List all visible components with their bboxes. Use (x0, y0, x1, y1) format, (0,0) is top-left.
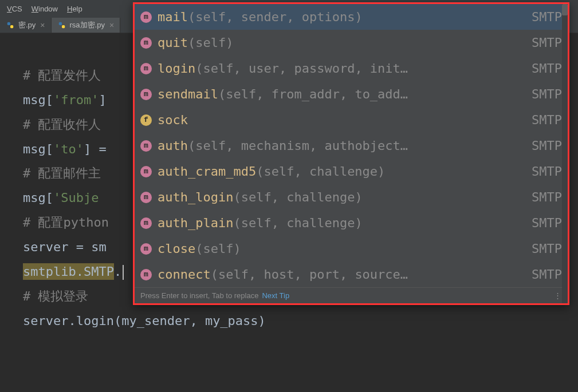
field-icon: f (140, 114, 152, 126)
completion-name: auth_cram_md5 (158, 164, 256, 179)
code-comment: # 配置邮件主 (23, 166, 101, 180)
python-file-icon (6, 21, 15, 30)
completion-params: (self, mechanism, authobject… (188, 138, 408, 153)
autocomplete-item[interactable]: mquit(self)SMTP (135, 30, 568, 56)
method-icon: m (140, 140, 152, 152)
completion-name: auth (158, 138, 188, 153)
completion-type: SMTP (525, 87, 562, 101)
python-file-icon (57, 21, 66, 30)
code-text: msg (23, 191, 46, 205)
method-icon: m (140, 243, 152, 255)
completion-name: auth_login (158, 190, 233, 204)
completion-name: quit (158, 35, 188, 50)
tab-label: rsa加密.py (70, 20, 105, 30)
completion-name: close (158, 241, 195, 256)
autocomplete-item[interactable]: mmail(self, sender, options)SMTP (135, 4, 568, 30)
completion-type: SMTP (525, 61, 562, 76)
method-icon: m (140, 192, 152, 203)
completion-params: (self, user, password, init… (195, 61, 408, 76)
completion-name: login (158, 61, 195, 76)
completion-params: (self) (195, 241, 241, 256)
code-comment: # 模拟登录 (23, 289, 89, 303)
code-string: 'from' (53, 93, 99, 107)
completion-type: SMTP (525, 10, 562, 24)
menu-vcs[interactable]: VCS (2, 2, 27, 15)
method-icon: m (140, 89, 152, 100)
completion-params: (self, challenge) (233, 190, 362, 204)
autocomplete-list: mmail(self, sender, options)SMTPmquit(se… (135, 4, 568, 287)
code-comment: # 配置python (23, 215, 109, 229)
code-text: msg (23, 142, 46, 156)
autocomplete-popup: mmail(self, sender, options)SMTPmquit(se… (133, 2, 569, 305)
close-icon[interactable]: × (40, 21, 45, 30)
code-comment: # 配置发件人 (23, 68, 101, 82)
scrollbar-thumb[interactable] (562, 4, 568, 15)
svg-rect-1 (10, 25, 13, 28)
method-icon: m (140, 63, 152, 74)
svg-rect-2 (58, 22, 61, 25)
close-icon[interactable]: × (109, 21, 114, 30)
completion-type: SMTP (525, 138, 562, 153)
completion-params: (self, from_addr, to_add… (218, 87, 408, 101)
code-string: 'Subje (53, 191, 99, 205)
menu-help[interactable]: Help (62, 2, 87, 15)
completion-params: (self, challenge) (256, 164, 385, 179)
autocomplete-item[interactable]: fsockSMTP (135, 107, 568, 133)
autocomplete-item[interactable]: mconnect(self, host, port, source…SMTP (135, 262, 568, 287)
code-highlighted: smtplib (23, 263, 76, 280)
scrollbar[interactable] (562, 4, 568, 303)
completion-name: auth_plain (158, 216, 233, 230)
autocomplete-item[interactable]: mauth_login(self, challenge)SMTP (135, 184, 568, 210)
autocomplete-item[interactable]: mauth_cram_md5(self, challenge)SMTP (135, 159, 568, 184)
code-text: server.login(my_sender, my_pass) (23, 314, 266, 328)
completion-name: sendmail (158, 87, 218, 101)
autocomplete-item[interactable]: mlogin(self, user, password, init…SMTP (135, 56, 568, 81)
completion-type: SMTP (525, 164, 562, 179)
autocomplete-item[interactable]: mauth(self, mechanism, authobject…SMTP (135, 133, 568, 159)
code-text: server = sm (23, 240, 107, 254)
completion-type: SMTP (525, 190, 562, 204)
completion-params: (self, sender, options) (188, 10, 363, 24)
completion-type: SMTP (525, 216, 562, 230)
tab-file-1[interactable]: 密.py × (0, 18, 52, 33)
more-options-icon[interactable]: ⋮ (554, 291, 562, 300)
completion-type: SMTP (525, 113, 562, 127)
completion-params: (self, challenge) (233, 216, 362, 230)
method-icon: m (140, 37, 152, 49)
code-comment: # 配置收件人 (23, 117, 101, 132)
completion-name: sock (158, 113, 188, 127)
code-string: 'to' (53, 142, 84, 156)
completion-name: mail (158, 10, 188, 24)
tab-label: 密.py (18, 20, 36, 30)
svg-rect-3 (62, 25, 65, 28)
svg-rect-0 (7, 22, 10, 25)
autocomplete-item[interactable]: mclose(self)SMTP (135, 236, 568, 262)
completion-name: connect (158, 267, 211, 282)
completion-type: SMTP (525, 35, 562, 50)
autocomplete-item[interactable]: msendmail(self, from_addr, to_add…SMTP (135, 81, 568, 107)
completion-params: (self, host, port, source… (211, 267, 408, 282)
method-icon: m (140, 11, 152, 23)
completion-type: SMTP (525, 241, 562, 256)
tab-file-2[interactable]: rsa加密.py × (52, 18, 121, 33)
menu-window[interactable]: Window (27, 2, 62, 15)
method-icon: m (140, 166, 152, 177)
autocomplete-item[interactable]: mauth_plain(self, challenge)SMTP (135, 210, 568, 236)
method-icon: m (140, 269, 152, 280)
code-highlighted: .SMTP (76, 263, 114, 280)
completion-params: (self) (188, 35, 233, 50)
completion-type: SMTP (525, 267, 562, 282)
autocomplete-hint: Press Enter to insert, Tab to replace (140, 291, 258, 300)
next-tip-link[interactable]: Next Tip (262, 291, 289, 300)
text-cursor (123, 265, 124, 280)
code-text: msg (23, 93, 46, 107)
method-icon: m (140, 217, 152, 229)
autocomplete-footer: Press Enter to insert, Tab to replace Ne… (135, 287, 568, 303)
